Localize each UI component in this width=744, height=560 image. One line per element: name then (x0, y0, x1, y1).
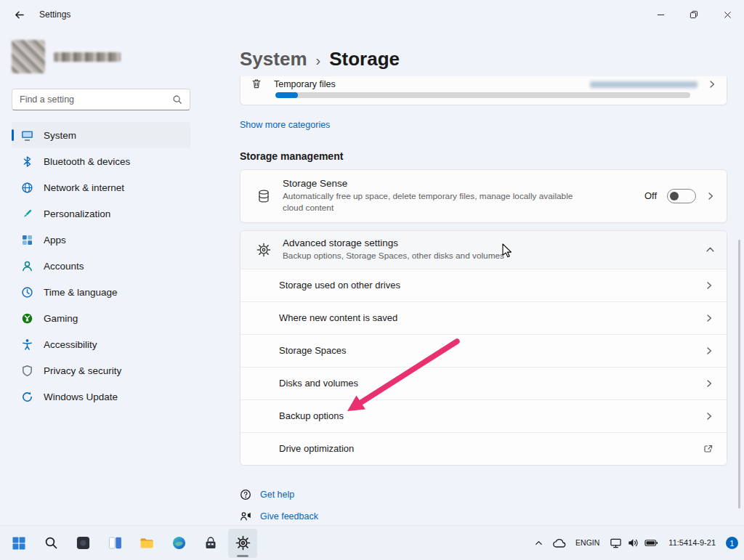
temporary-files-label: Temporary files (274, 79, 336, 89)
dark-app-icon (76, 535, 91, 551)
sidebar-item-label: Accounts (44, 261, 84, 272)
sidebar-nav: System Bluetooth & devices Network & int… (12, 122, 190, 410)
close-icon (724, 11, 732, 19)
sidebar-item-label: Windows Update (44, 391, 118, 402)
page-title: Storage (329, 48, 400, 70)
restore-button[interactable] (677, 0, 711, 29)
account-name-redacted (54, 52, 121, 62)
scrollbar[interactable] (738, 240, 740, 508)
advanced-storage-settings-header[interactable]: Advanced storage settings Backup options… (240, 231, 727, 269)
sidebar-item-personalization[interactable]: Personalization (12, 200, 190, 227)
get-help-link[interactable]: Get help (240, 489, 294, 500)
row-disks-and-volumes[interactable]: Disks and volumes (240, 367, 727, 399)
windows-start-icon (12, 536, 26, 551)
sidebar-item-gaming[interactable]: Gaming (12, 305, 190, 331)
taskbar-file-explorer[interactable] (132, 529, 161, 558)
sidebar-item-network[interactable]: Network & internet (12, 174, 190, 200)
avatar (12, 40, 45, 73)
sidebar-item-accessibility[interactable]: Accessibility (12, 331, 190, 357)
storage-management-heading: Storage management (240, 150, 727, 162)
breadcrumb-system[interactable]: System (240, 48, 307, 70)
temporary-files-card[interactable]: Temporary files (240, 76, 727, 105)
accessibility-icon (21, 338, 33, 351)
taskbar: ENG IN 11:54 14-9-21 1 (0, 525, 744, 560)
notification-badge[interactable]: 1 (726, 537, 738, 549)
gear-icon (256, 243, 271, 257)
taskbar-edge[interactable] (164, 529, 193, 558)
breadcrumb: System › Storage (240, 48, 744, 70)
footer-links: Get help Give feedback (240, 489, 727, 522)
bluetooth-icon (21, 155, 33, 168)
tray-clock[interactable]: 11:54 14-9-21 (664, 529, 720, 558)
back-button[interactable] (3, 1, 35, 28)
storage-sense-description: Automatically free up space, delete temp… (283, 191, 595, 214)
tray-onedrive[interactable] (549, 529, 570, 558)
sidebar-item-apps[interactable]: Apps (12, 227, 190, 253)
volume-icon (627, 537, 639, 549)
storage-sense-toggle[interactable] (667, 189, 696, 203)
advanced-settings-description: Backup options, Storage Spaces, other di… (283, 251, 504, 262)
minimize-button[interactable] (644, 0, 677, 29)
tray-date: 14-9-21 (688, 537, 716, 548)
taskbar-app-panes[interactable] (100, 529, 129, 558)
tray-language-switcher[interactable]: ENG IN (571, 529, 604, 558)
main-content: System › Storage Temporary files (203, 29, 744, 525)
row-label: Where new content is saved (279, 312, 397, 323)
sidebar-item-privacy[interactable]: Privacy & security (12, 357, 190, 384)
sidebar-item-label: Personalization (44, 208, 110, 219)
sidebar-item-accounts[interactable]: Accounts (12, 253, 190, 279)
edge-browser-icon (171, 535, 187, 551)
tray-region: IN (592, 538, 600, 548)
sidebar-item-label: Gaming (44, 313, 78, 324)
titlebar: Settings (0, 0, 744, 29)
chevron-right-icon (705, 412, 713, 421)
give-feedback-link[interactable]: Give feedback (240, 511, 318, 522)
chevron-right-icon (708, 80, 716, 89)
row-storage-spaces[interactable]: Storage Spaces (240, 334, 727, 367)
sidebar-item-windows-update[interactable]: Windows Update (12, 384, 190, 410)
close-button[interactable] (711, 0, 744, 29)
taskbar-settings-active[interactable] (228, 529, 257, 558)
taskbar-app-dark[interactable] (68, 529, 97, 558)
row-where-new-content-saved[interactable]: Where new content is saved (240, 301, 727, 334)
row-backup-options[interactable]: Backup options (240, 399, 727, 432)
chevron-right-icon (705, 346, 713, 355)
row-label: Drive optimization (279, 443, 354, 454)
sidebar-item-system[interactable]: System (12, 122, 190, 148)
tray-chevron-up[interactable] (530, 529, 547, 558)
store-bag-icon (203, 536, 218, 551)
row-label: Storage Spaces (279, 345, 347, 356)
search-input[interactable] (20, 94, 172, 105)
row-storage-used-other-drives[interactable]: Storage used on other drives (240, 269, 727, 301)
account-area[interactable] (12, 39, 190, 74)
search-box[interactable] (12, 89, 190, 110)
file-explorer-icon (139, 535, 155, 551)
tray-time: 11:54 (668, 537, 688, 548)
chevron-right-icon (706, 192, 715, 200)
privacy-icon (21, 365, 33, 377)
temporary-files-progress (275, 92, 690, 98)
row-drive-optimization[interactable]: Drive optimization (240, 432, 727, 465)
trash-bin-icon (251, 78, 262, 89)
taskbar-store[interactable] (196, 529, 225, 558)
sidebar-item-time-language[interactable]: Time & language (12, 279, 190, 305)
sidebar-item-bluetooth[interactable]: Bluetooth & devices (12, 148, 190, 174)
accounts-icon (21, 260, 33, 272)
row-label: Backup options (279, 410, 344, 421)
window-title: Settings (39, 9, 70, 20)
get-help-label: Get help (260, 490, 294, 500)
show-more-categories-link[interactable]: Show more categories (240, 120, 330, 130)
minimize-icon (657, 11, 665, 19)
tray-status-icons[interactable] (605, 529, 663, 558)
sidebar-item-label: System (44, 130, 76, 141)
sidebar-item-label: Time & language (44, 287, 118, 298)
temporary-files-progress-fill (275, 92, 298, 98)
storage-sense-card[interactable]: Storage Sense Automatically free up spac… (240, 169, 727, 223)
tray-language: ENG (575, 538, 592, 548)
onedrive-cloud-icon (552, 537, 566, 549)
taskbar-start-button[interactable] (4, 529, 33, 558)
taskbar-search-button[interactable] (36, 529, 65, 558)
give-feedback-icon (240, 511, 251, 522)
personalization-icon (21, 208, 33, 220)
gaming-icon (21, 312, 33, 325)
